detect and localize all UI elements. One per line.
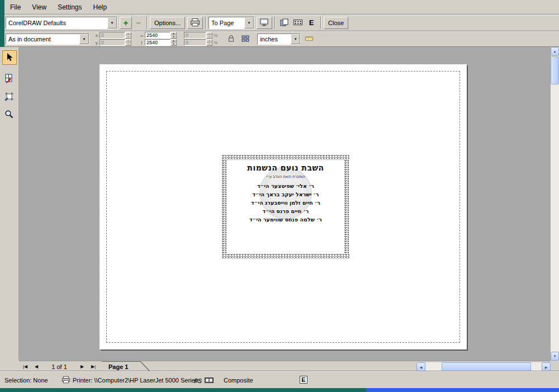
zoom-value: To Page — [209, 17, 244, 29]
spin-down-icon[interactable]: ▼ — [170, 42, 177, 46]
menu-bar: File View Settings Help — [4, 0, 559, 15]
width-spinner[interactable]: ↔ 2540 ▲▼ — [139, 32, 177, 39]
ornament-border-top — [222, 155, 349, 160]
full-screen-preview-button[interactable] — [257, 17, 272, 29]
x-field: 0 — [100, 32, 125, 39]
ornament-border-left — [222, 160, 227, 254]
color-pages-icon — [280, 18, 289, 27]
units-options-button[interactable] — [302, 34, 316, 45]
horizontal-scroll-thumb[interactable] — [442, 362, 531, 371]
invert-button[interactable] — [291, 17, 305, 29]
monitor-icon — [260, 18, 269, 27]
width-field[interactable]: 2540 — [145, 32, 170, 39]
composite-status: Composite — [224, 377, 253, 384]
enhanced-view-icon: E — [300, 376, 307, 384]
delete-print-style-button: − — [132, 17, 144, 29]
print-style-combo[interactable]: CorelDRAW Defaults ▼ — [6, 17, 117, 29]
printer-status: Printer: \\Computer2\HP LaserJet 5000 Se… — [73, 377, 198, 384]
close-button[interactable]: Close — [324, 17, 348, 29]
imposition-icon — [4, 74, 15, 84]
toolbar-separator — [274, 17, 276, 29]
horizontal-scrollbar[interactable]: ◀ ▶ — [416, 362, 551, 371]
page-tab[interactable]: Page 1 — [102, 361, 153, 372]
percent-label: % — [214, 33, 217, 38]
tile-pages-button[interactable] — [238, 34, 253, 45]
scroll-down-button[interactable]: ▼ — [551, 352, 559, 361]
imposition-layout-tool[interactable] — [2, 72, 17, 86]
ornament-border-bottom — [222, 254, 349, 259]
artwork-name-line: ר׳ חיים פרנס הי״ד — [263, 207, 309, 215]
ruler-icon — [305, 36, 313, 42]
first-page-button[interactable]: |◀ — [20, 362, 30, 371]
chevron-down-icon[interactable]: ▼ — [244, 17, 254, 29]
pick-tool[interactable] — [2, 50, 17, 65]
crop-marks-icon — [4, 92, 14, 102]
negative-film-icon — [293, 20, 302, 26]
artwork-text: השבת נועם הנשמות המזכרת הזאת הונדב ע״י ר… — [228, 160, 343, 253]
menu-help[interactable]: Help — [88, 1, 113, 14]
scroll-up-button[interactable]: ▲ — [551, 47, 559, 56]
vertical-size-icon: ↕ — [139, 40, 145, 45]
desktop-background — [0, 388, 559, 392]
toolbox — [0, 47, 19, 361]
artwork-name-line: ר׳ חיים זלמן ווייסבערג הי״ד — [251, 199, 320, 207]
previous-page-button[interactable]: ◀ — [31, 362, 41, 371]
artwork-name-line: ר׳ שלמה פנחס שווימער הי״ד — [249, 215, 322, 224]
chevron-down-icon[interactable]: ▼ — [79, 34, 89, 44]
chevron-down-icon[interactable]: ▼ — [107, 17, 117, 29]
selection-status: Selection: None — [4, 377, 48, 384]
postscript-icon: PS — [194, 377, 202, 384]
scale-y-spinner: 0 ▲▼ % — [184, 39, 217, 46]
y-field: 0 — [100, 39, 125, 46]
marks-placement-tool[interactable] — [2, 89, 17, 104]
spin-down-icon: ▼ — [125, 42, 131, 46]
zoom-tool[interactable] — [2, 107, 17, 122]
zoom-combo[interactable]: To Page ▼ — [209, 17, 254, 29]
spin-down-icon: ▼ — [125, 35, 131, 39]
image-position-combo[interactable]: As in document ▼ — [6, 34, 89, 45]
x-position-spinner: x: 0 ▲▼ — [94, 32, 131, 39]
next-page-button[interactable]: ▶ — [77, 362, 87, 371]
spin-down-icon[interactable]: ▼ — [170, 35, 177, 39]
page-preview: השבת נועם הנשמות המזכרת הזאת הונדב ע״י ר… — [100, 64, 467, 350]
page-navigation-bar: |◀ ◀ 1 of 1 ▶ ▶| Page 1 ◀ ▶ — [19, 361, 551, 371]
enable-separations-button[interactable] — [278, 17, 291, 29]
toolbar-separator — [320, 17, 321, 29]
arrow-up-icon: ▲ — [553, 50, 557, 53]
mirror-button[interactable]: E — [305, 17, 318, 29]
height-field[interactable]: 2540 — [145, 39, 170, 46]
vertical-scrollbar[interactable]: ▲ ▼ — [551, 47, 559, 361]
scroll-left-button[interactable]: ◀ — [416, 362, 425, 371]
add-print-style-button[interactable]: + — [120, 17, 132, 29]
property-bar: As in document ▼ x: 0 ▲▼ y: 0 ▲▼ ↔ 2540 … — [4, 31, 559, 47]
y-label: y: — [94, 40, 99, 45]
standard-toolbar: CorelDRAW Defaults ▼ + − Options... To P… — [4, 15, 559, 31]
last-page-button[interactable]: ▶| — [88, 362, 98, 371]
units-value: inches — [258, 34, 291, 44]
size-spinners: ↔ 2540 ▲▼ ↕ 2540 ▲▼ — [139, 32, 177, 46]
vertical-scroll-thumb[interactable] — [551, 56, 559, 84]
image-position-value: As in document — [6, 34, 79, 44]
desktop-background — [0, 0, 4, 47]
print-button[interactable] — [187, 17, 203, 29]
menu-file[interactable]: File — [4, 1, 26, 14]
units-combo[interactable]: inches ▼ — [257, 34, 301, 45]
artwork-dedication: המזכרת הזאת הונדב ע״י — [266, 174, 305, 179]
toolbar-separator — [146, 17, 148, 29]
pick-arrow-icon — [5, 53, 14, 63]
horizontal-size-icon: ↔ — [139, 32, 145, 38]
chevron-down-icon[interactable]: ▼ — [291, 34, 300, 44]
film-icon — [205, 377, 214, 384]
maintain-aspect-button[interactable] — [225, 34, 237, 45]
page-position-label: 1 of 1 — [42, 363, 76, 370]
position-spinners: x: 0 ▲▼ y: 0 ▲▼ — [94, 32, 131, 46]
scroll-right-button[interactable]: ▶ — [542, 362, 551, 371]
ornament-border-right — [344, 160, 349, 254]
menu-view[interactable]: View — [26, 1, 52, 14]
printer-icon — [61, 376, 70, 385]
options-button[interactable]: Options... — [150, 17, 185, 29]
menu-settings[interactable]: Settings — [52, 1, 87, 14]
artwork-block: השבת נועם הנשמות המזכרת הזאת הונדב ע״י ר… — [222, 155, 349, 259]
height-spinner[interactable]: ↕ 2540 ▲▼ — [139, 39, 177, 46]
preview-canvas[interactable]: השבת נועם הנשמות המזכרת הזאת הונדב ע״י ר… — [19, 47, 551, 361]
